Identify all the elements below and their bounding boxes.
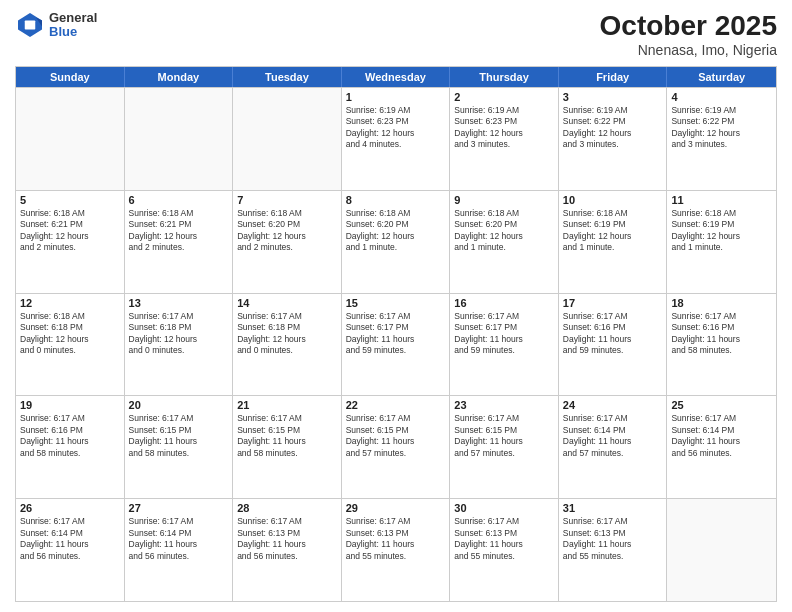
- calendar-cell: 2Sunrise: 6:19 AM Sunset: 6:23 PM Daylig…: [450, 88, 559, 190]
- header-day-thursday: Thursday: [450, 67, 559, 87]
- cell-info: Sunrise: 6:17 AM Sunset: 6:15 PM Dayligh…: [237, 413, 337, 459]
- svg-rect-2: [25, 21, 36, 30]
- cell-day-number: 14: [237, 297, 337, 309]
- cell-info: Sunrise: 6:19 AM Sunset: 6:22 PM Dayligh…: [563, 105, 663, 151]
- calendar-header: SundayMondayTuesdayWednesdayThursdayFrid…: [16, 67, 776, 87]
- cell-info: Sunrise: 6:17 AM Sunset: 6:14 PM Dayligh…: [20, 516, 120, 562]
- calendar-cell: 15Sunrise: 6:17 AM Sunset: 6:17 PM Dayli…: [342, 294, 451, 396]
- cell-day-number: 24: [563, 399, 663, 411]
- cell-day-number: 26: [20, 502, 120, 514]
- calendar-cell: 17Sunrise: 6:17 AM Sunset: 6:16 PM Dayli…: [559, 294, 668, 396]
- calendar-cell: 3Sunrise: 6:19 AM Sunset: 6:22 PM Daylig…: [559, 88, 668, 190]
- calendar-body: 1Sunrise: 6:19 AM Sunset: 6:23 PM Daylig…: [16, 87, 776, 601]
- calendar-cell: 7Sunrise: 6:18 AM Sunset: 6:20 PM Daylig…: [233, 191, 342, 293]
- cell-day-number: 5: [20, 194, 120, 206]
- cell-day-number: 27: [129, 502, 229, 514]
- cell-day-number: 8: [346, 194, 446, 206]
- calendar-cell: 8Sunrise: 6:18 AM Sunset: 6:20 PM Daylig…: [342, 191, 451, 293]
- logo-icon: [15, 10, 45, 40]
- cell-day-number: 9: [454, 194, 554, 206]
- cell-info: Sunrise: 6:17 AM Sunset: 6:18 PM Dayligh…: [237, 311, 337, 357]
- cell-info: Sunrise: 6:17 AM Sunset: 6:16 PM Dayligh…: [20, 413, 120, 459]
- cell-info: Sunrise: 6:17 AM Sunset: 6:17 PM Dayligh…: [346, 311, 446, 357]
- page: General Blue October 2025 Nnenasa, Imo, …: [0, 0, 792, 612]
- calendar-cell: 5Sunrise: 6:18 AM Sunset: 6:21 PM Daylig…: [16, 191, 125, 293]
- calendar-cell: 9Sunrise: 6:18 AM Sunset: 6:20 PM Daylig…: [450, 191, 559, 293]
- cell-info: Sunrise: 6:19 AM Sunset: 6:23 PM Dayligh…: [346, 105, 446, 151]
- cell-day-number: 7: [237, 194, 337, 206]
- cell-info: Sunrise: 6:18 AM Sunset: 6:21 PM Dayligh…: [129, 208, 229, 254]
- calendar-cell: 29Sunrise: 6:17 AM Sunset: 6:13 PM Dayli…: [342, 499, 451, 601]
- cell-day-number: 23: [454, 399, 554, 411]
- header: General Blue October 2025 Nnenasa, Imo, …: [15, 10, 777, 58]
- calendar-week-5: 26Sunrise: 6:17 AM Sunset: 6:14 PM Dayli…: [16, 498, 776, 601]
- calendar-cell: [125, 88, 234, 190]
- calendar-week-2: 5Sunrise: 6:18 AM Sunset: 6:21 PM Daylig…: [16, 190, 776, 293]
- calendar-title: October 2025: [600, 10, 777, 42]
- logo: General Blue: [15, 10, 97, 40]
- calendar-week-1: 1Sunrise: 6:19 AM Sunset: 6:23 PM Daylig…: [16, 87, 776, 190]
- cell-info: Sunrise: 6:18 AM Sunset: 6:18 PM Dayligh…: [20, 311, 120, 357]
- cell-day-number: 25: [671, 399, 772, 411]
- cell-info: Sunrise: 6:18 AM Sunset: 6:20 PM Dayligh…: [237, 208, 337, 254]
- cell-day-number: 12: [20, 297, 120, 309]
- cell-info: Sunrise: 6:17 AM Sunset: 6:13 PM Dayligh…: [237, 516, 337, 562]
- cell-day-number: 2: [454, 91, 554, 103]
- cell-day-number: 10: [563, 194, 663, 206]
- calendar-cell: 1Sunrise: 6:19 AM Sunset: 6:23 PM Daylig…: [342, 88, 451, 190]
- calendar-cell: 30Sunrise: 6:17 AM Sunset: 6:13 PM Dayli…: [450, 499, 559, 601]
- cell-day-number: 1: [346, 91, 446, 103]
- calendar-cell: 21Sunrise: 6:17 AM Sunset: 6:15 PM Dayli…: [233, 396, 342, 498]
- calendar-cell: 22Sunrise: 6:17 AM Sunset: 6:15 PM Dayli…: [342, 396, 451, 498]
- cell-info: Sunrise: 6:17 AM Sunset: 6:13 PM Dayligh…: [454, 516, 554, 562]
- calendar-cell: 25Sunrise: 6:17 AM Sunset: 6:14 PM Dayli…: [667, 396, 776, 498]
- logo-text: General Blue: [49, 11, 97, 40]
- cell-day-number: 17: [563, 297, 663, 309]
- calendar-cell: 31Sunrise: 6:17 AM Sunset: 6:13 PM Dayli…: [559, 499, 668, 601]
- cell-day-number: 15: [346, 297, 446, 309]
- calendar-cell: 19Sunrise: 6:17 AM Sunset: 6:16 PM Dayli…: [16, 396, 125, 498]
- calendar-cell: [667, 499, 776, 601]
- cell-day-number: 31: [563, 502, 663, 514]
- calendar-cell: 10Sunrise: 6:18 AM Sunset: 6:19 PM Dayli…: [559, 191, 668, 293]
- calendar-cell: 6Sunrise: 6:18 AM Sunset: 6:21 PM Daylig…: [125, 191, 234, 293]
- header-day-tuesday: Tuesday: [233, 67, 342, 87]
- calendar-cell: 23Sunrise: 6:17 AM Sunset: 6:15 PM Dayli…: [450, 396, 559, 498]
- calendar-cell: 12Sunrise: 6:18 AM Sunset: 6:18 PM Dayli…: [16, 294, 125, 396]
- cell-info: Sunrise: 6:18 AM Sunset: 6:20 PM Dayligh…: [346, 208, 446, 254]
- calendar-cell: 16Sunrise: 6:17 AM Sunset: 6:17 PM Dayli…: [450, 294, 559, 396]
- cell-info: Sunrise: 6:18 AM Sunset: 6:19 PM Dayligh…: [671, 208, 772, 254]
- calendar-week-4: 19Sunrise: 6:17 AM Sunset: 6:16 PM Dayli…: [16, 395, 776, 498]
- calendar-cell: [16, 88, 125, 190]
- cell-info: Sunrise: 6:17 AM Sunset: 6:14 PM Dayligh…: [129, 516, 229, 562]
- cell-info: Sunrise: 6:17 AM Sunset: 6:17 PM Dayligh…: [454, 311, 554, 357]
- logo-blue-text: Blue: [49, 25, 97, 39]
- cell-day-number: 22: [346, 399, 446, 411]
- header-day-saturday: Saturday: [667, 67, 776, 87]
- cell-day-number: 16: [454, 297, 554, 309]
- calendar-cell: 4Sunrise: 6:19 AM Sunset: 6:22 PM Daylig…: [667, 88, 776, 190]
- cell-day-number: 21: [237, 399, 337, 411]
- cell-info: Sunrise: 6:19 AM Sunset: 6:22 PM Dayligh…: [671, 105, 772, 151]
- calendar-cell: 27Sunrise: 6:17 AM Sunset: 6:14 PM Dayli…: [125, 499, 234, 601]
- cell-info: Sunrise: 6:18 AM Sunset: 6:19 PM Dayligh…: [563, 208, 663, 254]
- calendar-cell: 13Sunrise: 6:17 AM Sunset: 6:18 PM Dayli…: [125, 294, 234, 396]
- cell-day-number: 20: [129, 399, 229, 411]
- calendar-cell: 26Sunrise: 6:17 AM Sunset: 6:14 PM Dayli…: [16, 499, 125, 601]
- cell-info: Sunrise: 6:17 AM Sunset: 6:16 PM Dayligh…: [563, 311, 663, 357]
- cell-day-number: 29: [346, 502, 446, 514]
- cell-info: Sunrise: 6:17 AM Sunset: 6:15 PM Dayligh…: [129, 413, 229, 459]
- cell-info: Sunrise: 6:19 AM Sunset: 6:23 PM Dayligh…: [454, 105, 554, 151]
- header-day-sunday: Sunday: [16, 67, 125, 87]
- cell-day-number: 11: [671, 194, 772, 206]
- calendar-cell: 11Sunrise: 6:18 AM Sunset: 6:19 PM Dayli…: [667, 191, 776, 293]
- cell-day-number: 3: [563, 91, 663, 103]
- header-day-wednesday: Wednesday: [342, 67, 451, 87]
- calendar-cell: 14Sunrise: 6:17 AM Sunset: 6:18 PM Dayli…: [233, 294, 342, 396]
- cell-info: Sunrise: 6:17 AM Sunset: 6:13 PM Dayligh…: [563, 516, 663, 562]
- calendar-cell: 20Sunrise: 6:17 AM Sunset: 6:15 PM Dayli…: [125, 396, 234, 498]
- calendar-cell: 18Sunrise: 6:17 AM Sunset: 6:16 PM Dayli…: [667, 294, 776, 396]
- logo-general-text: General: [49, 11, 97, 25]
- cell-info: Sunrise: 6:17 AM Sunset: 6:13 PM Dayligh…: [346, 516, 446, 562]
- cell-info: Sunrise: 6:17 AM Sunset: 6:18 PM Dayligh…: [129, 311, 229, 357]
